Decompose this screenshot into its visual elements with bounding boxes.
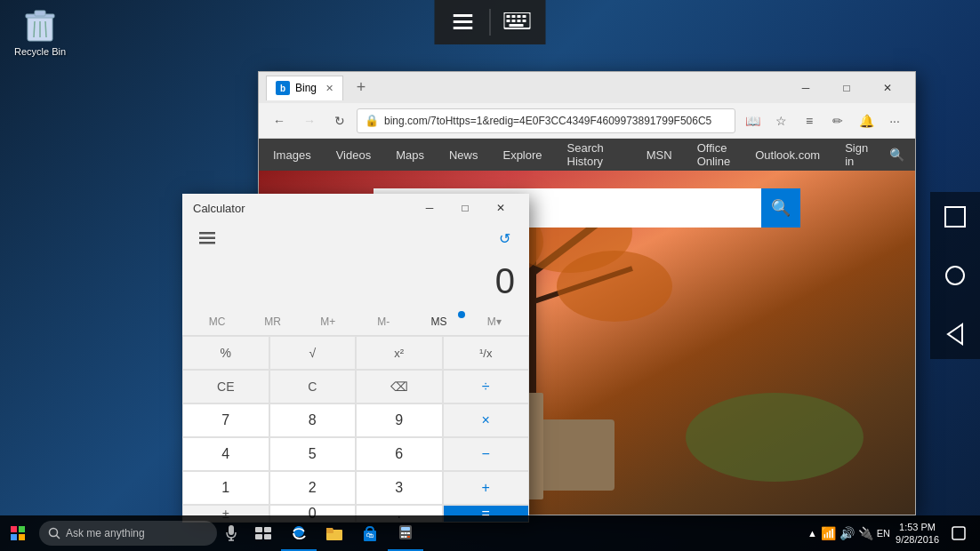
mem-mc-button[interactable]: MC [189,309,245,334]
hub-button[interactable]: ≡ [796,108,823,134]
calc-title: Calculator [193,202,412,215]
systray-sound-icon[interactable]: 🔊 [839,526,855,540]
calc-menu: ↺ [182,222,529,254]
taskbar-edge-button[interactable] [281,515,317,551]
calc-1-button[interactable]: 1 [182,471,269,505]
taskbar-explorer-button[interactable] [317,515,352,551]
calc-history-button[interactable]: ↺ [490,224,518,252]
top-bar-divider [490,9,491,36]
svg-marker-21 [948,324,962,344]
nav-videos[interactable]: Videos [333,143,375,167]
svg-point-43 [50,529,58,537]
taskbar-store-button[interactable]: 🛍 [352,515,388,551]
taskbar-calculator-button[interactable] [388,515,423,551]
ms-active-dot [458,311,465,318]
calc-multiply-button[interactable]: × [443,403,530,437]
calc-square-button[interactable]: x² [356,336,443,370]
back-button[interactable] [939,318,971,350]
taskbar-date: 9/28/2016 [896,533,939,546]
calc-7-button[interactable]: 7 [182,403,269,437]
nav-maps[interactable]: Maps [392,143,428,167]
calc-percent-button[interactable]: % [182,336,269,370]
svg-rect-59 [405,532,407,534]
svg-rect-7 [454,20,473,23]
calc-3-button[interactable]: 3 [356,471,443,505]
calc-8-button[interactable]: 8 [269,403,357,437]
forward-nav-button[interactable]: → [296,108,323,134]
more-button[interactable]: ··· [881,108,908,134]
mem-mr-button[interactable]: MR [245,309,300,334]
start-button[interactable] [0,515,36,551]
square-button[interactable] [939,201,971,233]
calc-4-button[interactable]: 4 [182,437,269,471]
taskbar-search[interactable]: Ask me anything [39,521,217,546]
calc-backspace-button[interactable]: ⌫ [356,370,443,403]
minimize-button[interactable]: ─ [785,72,826,103]
reading-view-button[interactable]: 📖 [739,108,766,134]
taskbar-notification-button[interactable] [944,515,973,551]
svg-rect-60 [407,532,410,534]
calculator-window: Calculator ─ □ ✕ ↺ 0 MC MR [182,194,529,523]
svg-point-35 [686,393,864,482]
mem-ms-button[interactable]: MS [411,309,466,334]
hamburger-button[interactable] [444,3,483,42]
svg-rect-41 [11,534,17,540]
calc-divide-button[interactable]: ÷ [443,370,530,403]
nav-explore[interactable]: Explore [499,143,545,167]
refresh-button[interactable]: ↻ [326,108,353,134]
new-tab-button[interactable]: + [349,76,374,100]
nav-search-history[interactable]: Search History [564,136,607,173]
nav-news[interactable]: News [446,143,482,167]
systray-battery-icon[interactable]: 🔌 [858,526,873,540]
nav-images[interactable]: Images [269,143,315,167]
keyboard-button[interactable] [498,3,537,42]
back-nav-button[interactable]: ← [266,108,293,134]
nav-office-online[interactable]: Office Online [694,136,735,173]
address-bar[interactable]: 🔒 bing.com/7toHttps=1&redig=4E0F3CC4349F… [357,108,735,133]
nav-signin[interactable]: Sign in [841,136,872,173]
calc-5-button[interactable]: 5 [269,437,357,471]
taskbar-mic-button[interactable] [217,515,245,551]
svg-rect-17 [523,20,526,22]
tab-close-button[interactable]: ✕ [325,83,333,94]
calc-c-button[interactable]: C [269,370,357,403]
tab-title: Bing [295,82,317,94]
calc-subtract-button[interactable]: − [443,437,530,471]
mem-mplus-button[interactable]: M+ [301,309,356,334]
calc-reciprocal-button[interactable]: ¹/x [443,336,530,370]
nav-outlook[interactable]: Outlook.com [751,143,823,167]
nav-msn[interactable]: MSN [643,143,676,167]
mem-mminus-button[interactable]: M- [356,309,411,334]
svg-rect-62 [405,536,407,538]
maximize-button[interactable]: □ [826,72,867,103]
calc-6-button[interactable]: 6 [356,437,443,471]
mem-mrecall-button[interactable]: M▾ [467,309,522,334]
share-button[interactable]: 🔔 [853,108,880,134]
systray-keyboard-icon[interactable]: EN [877,528,890,539]
calc-minimize-button[interactable]: ─ [412,194,447,222]
calc-hamburger-button[interactable] [193,224,221,252]
svg-rect-37 [199,237,215,240]
calc-maximize-button[interactable]: □ [447,194,483,222]
calc-ce-button[interactable]: CE [182,370,269,403]
tab-favicon: b [276,81,290,95]
systray-network-icon[interactable]: 📶 [821,526,836,540]
bing-search-button[interactable]: 🔍 [761,188,800,228]
systray-chevron[interactable]: ▲ [807,528,817,539]
taskbar-clock[interactable]: 1:53 PM 9/28/2016 [896,521,939,547]
taskbar-taskview-button[interactable] [245,515,281,551]
search-icon-nav[interactable]: 🔍 [889,141,904,168]
browser-tab[interactable]: b Bing ✕ [266,76,343,100]
calc-sqrt-button[interactable]: √ [269,336,357,370]
recycle-bin-graphic [22,5,58,44]
svg-rect-61 [401,536,404,538]
recycle-bin-icon[interactable]: Recycle Bin [9,5,71,57]
close-button[interactable]: ✕ [867,72,908,103]
calc-close-button[interactable]: ✕ [483,194,518,222]
calc-add-button[interactable]: + [443,471,530,505]
favorites-button[interactable]: ☆ [767,108,794,134]
calc-2-button[interactable]: 2 [269,471,357,505]
circle-button[interactable] [939,260,971,291]
calc-9-button[interactable]: 9 [356,403,443,437]
notes-button[interactable]: ✏ [824,108,851,134]
